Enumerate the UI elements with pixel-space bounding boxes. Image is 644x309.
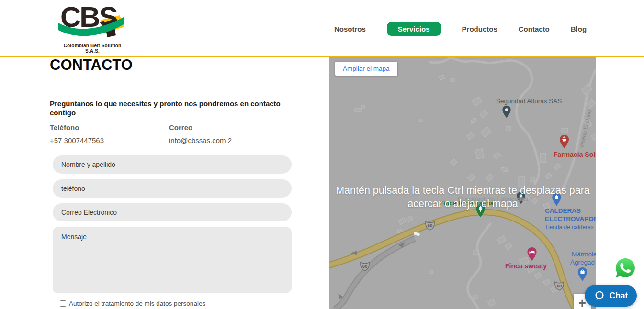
map-scroll-hint: Mantén pulsada la tecla Ctrl mientras te…: [329, 184, 596, 210]
brand-logo[interactable]: CBS Colombian Belt Solution S.A.S.: [56, 2, 128, 54]
finca-sweaty-pin-icon[interactable]: [526, 247, 538, 262]
marmoles-label-line1: Mármole: [572, 251, 596, 258]
marmoles-label-line2: Agregad: [570, 259, 595, 266]
svg-text:60: 60: [362, 264, 368, 269]
email-value: info@cbssas.com 2: [169, 136, 232, 144]
cbs-logo-icon: CBS: [56, 2, 128, 44]
calderas-sublabel: Tienda de calderas: [545, 224, 594, 231]
phone-value: +57 3007447563: [50, 136, 104, 144]
route-60-shield: 60: [359, 261, 371, 272]
page: CBS Colombian Belt Solution S.A.S. Nosot…: [0, 0, 644, 309]
contact-form: [53, 155, 292, 293]
nav-item-contacto[interactable]: Contacto: [519, 25, 550, 33]
enlarge-map-button[interactable]: Ampliar el mapa: [335, 62, 397, 76]
email-info: Correo info@cbssas.com 2: [169, 123, 232, 144]
svg-text:60: 60: [428, 223, 433, 228]
marmoles-pin-icon[interactable]: [577, 267, 588, 282]
whatsapp-icon[interactable]: [614, 256, 637, 279]
nav-item-blog[interactable]: Blog: [571, 25, 587, 33]
chat-button[interactable]: Chat: [585, 285, 637, 307]
seguridad-label: Seguridad Alturas SAS: [496, 98, 562, 105]
message-textarea[interactable]: [53, 227, 292, 293]
route-60-shield: 60: [553, 280, 565, 292]
name-input[interactable]: [53, 155, 292, 174]
brand-logo-subtext: Colombian Belt Solution S.A.S.: [56, 43, 128, 54]
farmacia-pin-icon[interactable]: [558, 134, 571, 149]
route-60-shield: 60: [424, 220, 436, 232]
email-label: Correo: [169, 123, 232, 132]
map-canvas[interactable]: 60 60 60: [329, 57, 596, 309]
phone-label: Teléfono: [50, 123, 104, 132]
nav-item-servicios[interactable]: Servicios: [387, 22, 441, 36]
consent-row: Autorizo el tratamiento de mis datos per…: [60, 300, 205, 307]
contact-intro: Pregúntanos lo que necesites y pronto no…: [50, 99, 285, 118]
farmacia-label: Farmacia Solu: [554, 151, 596, 158]
chat-button-label: Chat: [610, 291, 628, 301]
nav-item-nosotros[interactable]: Nosotros: [334, 25, 366, 33]
phone-info: Teléfono +57 3007447563: [50, 123, 104, 144]
consent-label: Autorizo el tratamiento de mis datos per…: [69, 300, 205, 307]
header: CBS Colombian Belt Solution S.A.S. Nosot…: [0, 0, 644, 57]
page-title: CONTACTO: [50, 56, 133, 74]
main-nav: Nosotros Servicios Productos Contacto Bl…: [334, 22, 587, 36]
seguridad-pin-icon[interactable]: [502, 105, 511, 119]
svg-text:60: 60: [557, 283, 562, 288]
chat-bubble-icon: [594, 290, 605, 301]
consent-checkbox[interactable]: [60, 300, 66, 307]
nav-item-productos[interactable]: Productos: [462, 25, 497, 33]
phone-input[interactable]: [53, 179, 292, 198]
calderas-label-line2: ELECTROVAPOR: [545, 215, 596, 222]
finca-sweaty-label: Finca sweaty: [505, 262, 547, 270]
email-input[interactable]: [53, 203, 292, 221]
